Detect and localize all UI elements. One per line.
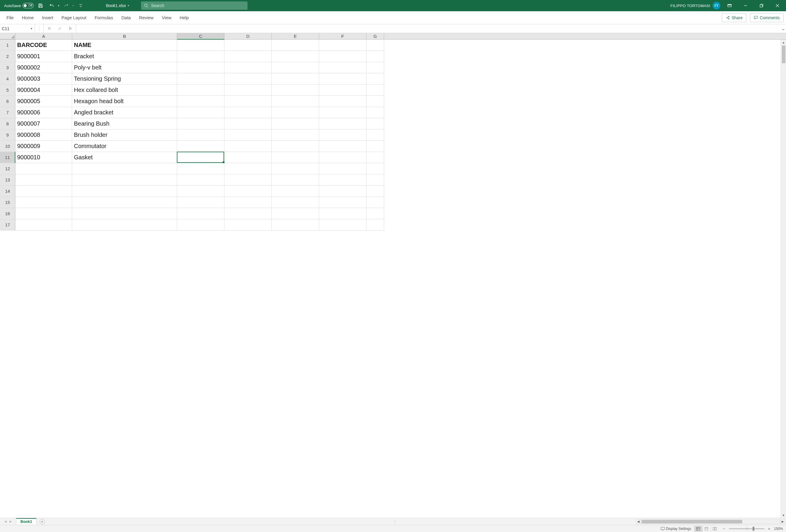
cell-C10[interactable] — [177, 141, 225, 152]
cell-E8[interactable] — [272, 118, 319, 129]
cell-G3[interactable] — [366, 62, 384, 73]
hscroll-right-arrow-icon[interactable]: ▶ — [780, 519, 785, 524]
cell-F15[interactable] — [319, 197, 366, 208]
row-header-3[interactable]: 3 — [0, 62, 15, 73]
row-header-10[interactable]: 10 — [0, 141, 15, 152]
cell-B16[interactable] — [72, 208, 177, 219]
column-header-C[interactable]: C — [177, 33, 225, 40]
row-header-17[interactable]: 17 — [0, 219, 15, 231]
cell-B15[interactable] — [72, 197, 177, 208]
cell-C16[interactable] — [177, 208, 225, 219]
row-header-1[interactable]: 1 — [0, 40, 15, 51]
cell-B17[interactable] — [72, 219, 177, 231]
cell-E11[interactable] — [272, 152, 319, 163]
cell-B9[interactable]: Brush holder — [72, 129, 177, 141]
qat-customize-icon[interactable] — [76, 1, 85, 10]
column-header-E[interactable]: E — [272, 33, 319, 39]
zoom-slider-knob[interactable] — [753, 527, 754, 531]
cell-E12[interactable] — [272, 163, 319, 174]
autosave-toggle[interactable]: AutoSave Off — [4, 3, 34, 8]
cell-D16[interactable] — [225, 208, 272, 219]
cell-D3[interactable] — [225, 62, 272, 73]
cell-G2[interactable] — [366, 51, 384, 62]
row-header-4[interactable]: 4 — [0, 73, 15, 84]
cell-E6[interactable] — [272, 96, 319, 107]
cell-F7[interactable] — [319, 107, 366, 118]
cell-C13[interactable] — [177, 174, 225, 186]
view-normal-button[interactable] — [694, 526, 702, 532]
save-icon[interactable] — [36, 1, 45, 10]
vertical-scrollbar[interactable]: ▲ ▼ — [781, 40, 786, 518]
cell-A8[interactable]: 9000007 — [15, 118, 72, 129]
cell-A11[interactable]: 9000010 — [15, 152, 72, 163]
cell-D1[interactable] — [225, 40, 272, 51]
cell-A15[interactable] — [15, 197, 72, 208]
cell-D10[interactable] — [225, 141, 272, 152]
cell-B14[interactable] — [72, 186, 177, 197]
cell-E13[interactable] — [272, 174, 319, 186]
cell-G7[interactable] — [366, 107, 384, 118]
row-header-5[interactable]: 5 — [0, 84, 15, 96]
cell-D8[interactable] — [225, 118, 272, 129]
cell-E7[interactable] — [272, 107, 319, 118]
cell-C1[interactable] — [177, 40, 225, 51]
cell-D5[interactable] — [225, 84, 272, 96]
comments-button[interactable]: Comments — [750, 13, 784, 22]
cancel-formula-icon[interactable]: ✕ — [44, 26, 54, 31]
name-box[interactable]: C11 ▼ — [0, 24, 35, 33]
filename-display[interactable]: Book1.xlsx ▾ — [106, 3, 129, 8]
hscroll-thumb[interactable] — [642, 520, 742, 524]
cell-E14[interactable] — [272, 186, 319, 197]
hscroll-track[interactable] — [641, 519, 780, 524]
column-header-F[interactable]: F — [319, 33, 366, 39]
cell-F3[interactable] — [319, 62, 366, 73]
cell-G6[interactable] — [366, 96, 384, 107]
share-button[interactable]: Share — [722, 13, 746, 22]
cell-G10[interactable] — [366, 141, 384, 152]
sheet-nav-next-icon[interactable]: ▶ — [8, 519, 13, 524]
zoom-slider[interactable] — [729, 528, 764, 529]
column-header-A[interactable]: A — [15, 33, 72, 39]
cell-A17[interactable] — [15, 219, 72, 231]
ribbon-tab-data[interactable]: Data — [117, 12, 135, 23]
cell-B11[interactable]: Gasket — [72, 152, 177, 163]
cell-F17[interactable] — [319, 219, 366, 231]
ribbon-tab-formulas[interactable]: Formulas — [91, 12, 117, 23]
cell-D17[interactable] — [225, 219, 272, 231]
zoom-out-button[interactable]: − — [721, 526, 726, 531]
cell-G8[interactable] — [366, 118, 384, 129]
cell-D6[interactable] — [225, 96, 272, 107]
ribbon-tab-file[interactable]: File — [2, 12, 18, 23]
cell-C9[interactable] — [177, 129, 225, 141]
cell-D4[interactable] — [225, 73, 272, 84]
cell-F14[interactable] — [319, 186, 366, 197]
scroll-up-arrow-icon[interactable]: ▲ — [781, 40, 786, 45]
ribbon-tab-view[interactable]: View — [158, 12, 175, 23]
cell-C8[interactable] — [177, 118, 225, 129]
row-header-8[interactable]: 8 — [0, 118, 15, 129]
cell-E10[interactable] — [272, 141, 319, 152]
cell-G9[interactable] — [366, 129, 384, 141]
cell-D2[interactable] — [225, 51, 272, 62]
formula-input[interactable] — [78, 26, 778, 31]
cell-G12[interactable] — [366, 163, 384, 174]
redo-icon[interactable] — [62, 1, 71, 10]
cell-F9[interactable] — [319, 129, 366, 141]
cell-F2[interactable] — [319, 51, 366, 62]
undo-icon[interactable] — [47, 1, 56, 10]
cell-C3[interactable] — [177, 62, 225, 73]
avatar[interactable]: FT — [713, 2, 720, 9]
cell-A13[interactable] — [15, 174, 72, 186]
cell-C15[interactable] — [177, 197, 225, 208]
cell-B1[interactable]: NAME — [72, 40, 177, 51]
row-header-13[interactable]: 13 — [0, 174, 15, 186]
cell-D13[interactable] — [225, 174, 272, 186]
cell-A7[interactable]: 9000006 — [15, 107, 72, 118]
cell-C12[interactable] — [177, 163, 225, 174]
cell-G14[interactable] — [366, 186, 384, 197]
cell-F8[interactable] — [319, 118, 366, 129]
cell-F16[interactable] — [319, 208, 366, 219]
cell-D15[interactable] — [225, 197, 272, 208]
column-header-G[interactable]: G — [366, 33, 384, 39]
select-all-triangle[interactable] — [0, 33, 15, 39]
